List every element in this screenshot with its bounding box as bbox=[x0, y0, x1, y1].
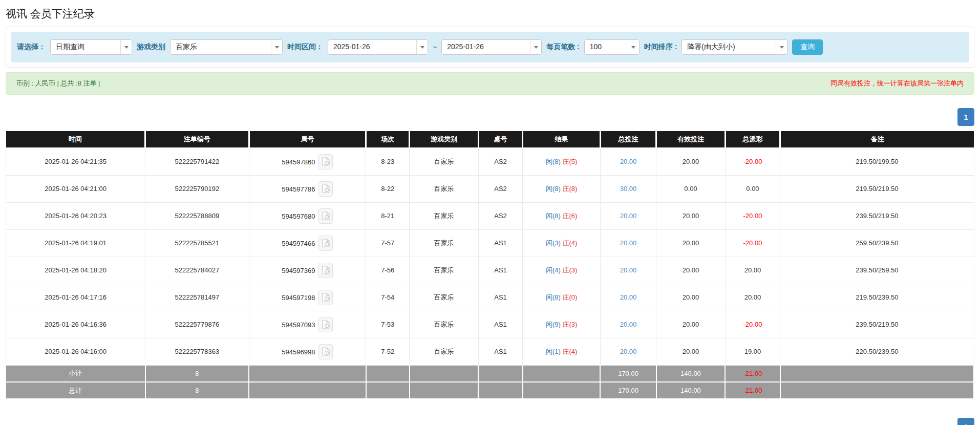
search-button[interactable]: 查询 bbox=[792, 39, 823, 55]
video-replay-button[interactable] bbox=[318, 317, 333, 332]
page-1-button[interactable]: 1 bbox=[957, 418, 974, 425]
cell-session: 7-52 bbox=[366, 338, 410, 365]
col-payout: 总派彩 bbox=[725, 131, 780, 148]
page-1-button[interactable]: 1 bbox=[957, 108, 974, 126]
cell-time: 2025-01-26 04:18:20 bbox=[6, 257, 145, 284]
cell-session: 8-21 bbox=[366, 202, 410, 229]
cell-remark: 259.50/239.50 bbox=[780, 229, 974, 257]
summary-cell bbox=[366, 382, 410, 399]
summary-cell bbox=[249, 365, 366, 382]
cell-round-no: 594597093 bbox=[249, 311, 366, 338]
filter-bar: 请选择： 日期查询 游戏类别 百家乐 时间区间： 2025-01-26 ~ 20… bbox=[11, 32, 969, 62]
cell-valid-bet: 0.00 bbox=[656, 175, 725, 202]
cell-total-bet-link[interactable]: 20.00 bbox=[600, 284, 656, 311]
result-player: 闲(4) bbox=[546, 266, 561, 274]
video-file-icon bbox=[322, 293, 330, 302]
filter-panel: 请选择： 日期查询 游戏类别 百家乐 时间区间： 2025-01-26 ~ 20… bbox=[6, 27, 974, 68]
cell-table-no: AS1 bbox=[478, 257, 523, 284]
cell-total-bet-link[interactable]: 20.00 bbox=[600, 148, 656, 175]
result-banker: 庄(4) bbox=[562, 348, 577, 355]
cell-round-no: 594597466 bbox=[249, 229, 366, 257]
cell-remark: 219.50/199.50 bbox=[780, 148, 974, 175]
round-number: 594597466 bbox=[282, 239, 315, 247]
cell-time: 2025-01-26 04:21:35 bbox=[6, 148, 145, 175]
summary-cell bbox=[410, 382, 478, 399]
cell-valid-bet: 20.00 bbox=[656, 148, 725, 175]
chevron-down-icon[interactable] bbox=[776, 40, 787, 54]
cell-payout: 19.00 bbox=[725, 338, 780, 365]
cell-time: 2025-01-26 04:16:36 bbox=[6, 311, 145, 338]
table-row: 2025-01-26 04:20:23 522225788809 5945976… bbox=[6, 202, 974, 229]
result-banker: 庄(8) bbox=[562, 185, 577, 193]
summary-row: 总计8170.00140.00-21.00 bbox=[6, 382, 974, 399]
table-row: 2025-01-26 04:18:20 522225784027 5945973… bbox=[6, 257, 974, 284]
video-replay-button[interactable] bbox=[318, 263, 333, 278]
cell-remark: 239.50/219.50 bbox=[780, 202, 974, 229]
cell-total-bet-link[interactable]: 20.00 bbox=[600, 257, 656, 284]
date-from-dropdown[interactable]: 2025-01-26 bbox=[328, 39, 428, 55]
chevron-down-icon[interactable] bbox=[628, 40, 639, 54]
cell-game-type: 百家乐 bbox=[410, 229, 478, 257]
video-file-icon bbox=[322, 266, 330, 274]
cell-result: 闲(1) 庄(4) bbox=[523, 338, 600, 365]
cell-game-type: 百家乐 bbox=[410, 202, 478, 229]
chevron-down-icon[interactable] bbox=[416, 40, 428, 54]
page-size-label: 每页笔数 : bbox=[546, 42, 580, 52]
cell-session: 8-23 bbox=[366, 148, 410, 175]
game-type-label: 游戏类别 bbox=[137, 42, 165, 52]
video-replay-button[interactable] bbox=[318, 344, 333, 359]
result-player: 闲(1) bbox=[546, 348, 561, 355]
summary-cell: 8 bbox=[145, 382, 249, 399]
cell-total-bet-link[interactable]: 20.00 bbox=[600, 229, 656, 257]
cell-payout: 0.00 bbox=[725, 175, 780, 202]
summary-cell bbox=[478, 365, 523, 382]
cell-session: 7-53 bbox=[366, 311, 410, 338]
video-replay-button[interactable] bbox=[318, 236, 333, 251]
summary-cell bbox=[249, 382, 366, 399]
page-size-value: 100 bbox=[585, 40, 628, 54]
col-time: 时间 bbox=[6, 131, 145, 148]
cell-round-no: 594597198 bbox=[249, 284, 366, 311]
summary-currency-count: 币别 : 人民币 | 总共 :8 注单 | bbox=[16, 79, 100, 88]
cell-remark: 239.50/219.50 bbox=[780, 311, 974, 338]
cell-game-type: 百家乐 bbox=[410, 338, 478, 365]
select-mode-dropdown[interactable]: 日期查询 bbox=[50, 39, 132, 55]
chevron-down-icon[interactable] bbox=[271, 40, 282, 54]
cell-round-no: 594597680 bbox=[249, 202, 366, 229]
select-mode-label: 请选择： bbox=[17, 42, 46, 52]
summary-cell: 170.00 bbox=[600, 365, 656, 382]
summary-cell: -21.00 bbox=[725, 382, 780, 399]
summary-cell bbox=[478, 382, 523, 399]
round-number: 594597369 bbox=[282, 266, 315, 274]
cell-game-type: 百家乐 bbox=[410, 284, 478, 311]
page-size-dropdown[interactable]: 100 bbox=[584, 39, 640, 55]
video-replay-button[interactable] bbox=[318, 208, 333, 224]
cell-result: 闲(8) 庄(8) bbox=[523, 175, 600, 202]
summary-cell bbox=[780, 365, 974, 382]
video-replay-button[interactable] bbox=[318, 290, 333, 305]
cell-total-bet-link[interactable]: 20.00 bbox=[600, 311, 656, 338]
cell-total-bet-link[interactable]: 20.00 bbox=[600, 202, 656, 229]
col-table-no: 桌号 bbox=[478, 131, 523, 148]
pagination-bottom: 1 bbox=[6, 418, 974, 425]
time-order-dropdown[interactable]: 降幂(由大到小) bbox=[681, 39, 787, 55]
result-player: 闲(9) bbox=[546, 321, 561, 328]
table-row: 2025-01-26 04:21:00 522225790192 5945977… bbox=[6, 175, 974, 202]
cell-payout: 20.00 bbox=[725, 284, 780, 311]
date-from-value: 2025-01-26 bbox=[328, 40, 416, 54]
round-number: 594597198 bbox=[282, 293, 315, 301]
chevron-down-icon[interactable] bbox=[120, 40, 132, 54]
col-remark: 备注 bbox=[780, 131, 974, 148]
cell-total-bet-link[interactable]: 30.00 bbox=[600, 175, 656, 202]
game-type-dropdown[interactable]: 百家乐 bbox=[170, 39, 283, 55]
cell-payout: -20.00 bbox=[725, 311, 780, 338]
date-to-dropdown[interactable]: 2025-01-26 bbox=[441, 39, 542, 55]
col-round-no: 局号 bbox=[249, 131, 366, 148]
cell-round-no: 594597369 bbox=[249, 257, 366, 284]
cell-total-bet-link[interactable]: 20.00 bbox=[600, 338, 656, 365]
cell-bet-no: 522225788809 bbox=[145, 202, 249, 229]
chevron-down-icon[interactable] bbox=[530, 40, 541, 54]
cell-result: 闲(8) 庄(0) bbox=[523, 284, 600, 311]
video-replay-button[interactable] bbox=[318, 154, 333, 169]
video-replay-button[interactable] bbox=[318, 181, 333, 197]
